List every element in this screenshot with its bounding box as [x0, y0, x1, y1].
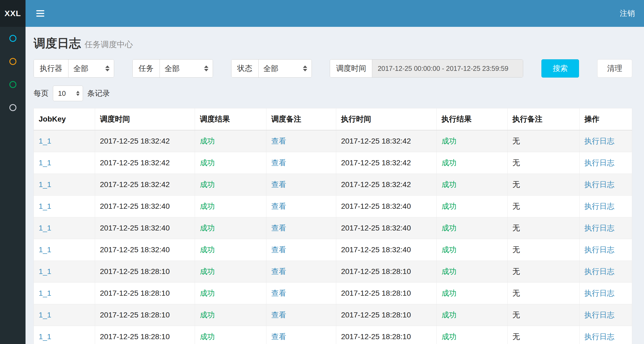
trigger-time-range-input[interactable]: 2017-12-25 00:00:00 - 2017-12-25 23:59:5…	[372, 60, 523, 77]
jobkey-link[interactable]: 1_1	[39, 246, 51, 254]
handle-msg-cell: 无	[508, 239, 580, 261]
trigger-time-cell: 2017-12-25 18:28:10	[95, 283, 195, 304]
executor-filter-label: 执行器	[34, 60, 68, 77]
trigger-result-cell: 成功	[195, 326, 266, 344]
handle-result-cell: 成功	[437, 326, 508, 344]
execution-log-link[interactable]: 执行日志	[584, 246, 614, 254]
trigger-msg-link[interactable]: 查看	[271, 289, 286, 297]
trigger-msg-link[interactable]: 查看	[271, 267, 286, 276]
column-header: 执行结果	[437, 108, 508, 130]
execution-log-link[interactable]: 执行日志	[584, 332, 614, 341]
jobkey-link[interactable]: 1_1	[39, 267, 51, 276]
clear-button[interactable]: 清理	[597, 59, 632, 78]
handle-time-cell: 2017-12-25 18:32:40	[336, 217, 437, 239]
app-logo[interactable]: XXL	[0, 0, 26, 27]
table-row: 1_1 2017-12-25 18:32:40 成功 查看 2017-12-25…	[34, 217, 632, 239]
execution-log-link[interactable]: 执行日志	[584, 289, 614, 297]
page-size-select[interactable]: 10	[53, 86, 83, 101]
table-row: 1_1 2017-12-25 18:28:10 成功 查看 2017-12-25…	[34, 326, 632, 344]
execution-log-link[interactable]: 执行日志	[584, 267, 614, 276]
handle-msg-cell: 无	[508, 217, 580, 239]
status-filter-label: 状态	[231, 60, 259, 77]
jobkey-link[interactable]: 1_1	[39, 311, 51, 319]
trigger-time-cell: 2017-12-25 18:28:10	[95, 326, 195, 344]
table-row: 1_1 2017-12-25 18:32:42 成功 查看 2017-12-25…	[34, 152, 632, 174]
filter-toolbar: 执行器 全部 任务 全部 状态 全部	[34, 59, 632, 78]
page-size-control: 每页 10 条记录	[34, 86, 632, 101]
trigger-msg-link[interactable]: 查看	[271, 246, 286, 254]
handle-msg-cell: 无	[508, 130, 580, 152]
table-row: 1_1 2017-12-25 18:32:42 成功 查看 2017-12-25…	[34, 130, 632, 152]
trigger-time-cell: 2017-12-25 18:28:10	[95, 304, 195, 326]
table-row: 1_1 2017-12-25 18:32:40 成功 查看 2017-12-25…	[34, 239, 632, 261]
trigger-time-cell: 2017-12-25 18:32:40	[95, 239, 195, 261]
executor-select[interactable]: 全部	[68, 60, 114, 77]
trigger-msg-link[interactable]: 查看	[271, 311, 286, 319]
handle-time-cell: 2017-12-25 18:28:10	[336, 304, 437, 326]
sidebar-item-3[interactable]	[0, 73, 26, 96]
handle-time-cell: 2017-12-25 18:32:40	[336, 239, 437, 261]
job-filter-group: 任务 全部	[132, 59, 213, 78]
status-filter-group: 状态 全部	[231, 59, 312, 78]
circle-outline-icon	[9, 81, 16, 88]
sidebar-item-1[interactable]	[0, 27, 26, 50]
handle-time-cell: 2017-12-25 18:32:40	[336, 196, 437, 217]
trigger-msg-link[interactable]: 查看	[271, 202, 286, 210]
jobkey-link[interactable]: 1_1	[39, 159, 51, 167]
trigger-time-cell: 2017-12-25 18:32:42	[95, 152, 195, 174]
trigger-result-cell: 成功	[195, 261, 266, 283]
dispatch-log-table: JobKey调度时间调度结果调度备注执行时间执行结果执行备注操作 1_1 201…	[34, 108, 632, 344]
trigger-result-cell: 成功	[195, 152, 266, 174]
circle-outline-icon	[9, 35, 16, 42]
table-row: 1_1 2017-12-25 18:28:10 成功 查看 2017-12-25…	[34, 283, 632, 304]
logout-link[interactable]: 注销	[620, 8, 635, 19]
trigger-msg-link[interactable]: 查看	[271, 180, 286, 189]
handle-msg-cell: 无	[508, 304, 580, 326]
trigger-result-cell: 成功	[195, 130, 266, 152]
trigger-time-filter-group: 调度时间 2017-12-25 00:00:00 - 2017-12-25 23…	[330, 59, 523, 78]
trigger-time-cell: 2017-12-25 18:32:40	[95, 196, 195, 217]
status-select[interactable]: 全部	[259, 60, 312, 77]
trigger-result-cell: 成功	[195, 283, 266, 304]
jobkey-link[interactable]: 1_1	[39, 180, 51, 189]
page-subtitle: 任务调度中心	[85, 39, 133, 50]
execution-log-link[interactable]: 执行日志	[584, 202, 614, 210]
trigger-msg-link[interactable]: 查看	[271, 159, 286, 167]
execution-log-link[interactable]: 执行日志	[584, 224, 614, 232]
jobkey-link[interactable]: 1_1	[39, 224, 51, 232]
sidebar-item-2[interactable]	[0, 50, 26, 73]
table-body: 1_1 2017-12-25 18:32:42 成功 查看 2017-12-25…	[34, 130, 632, 344]
handle-result-cell: 成功	[437, 283, 508, 304]
search-button[interactable]: 搜索	[541, 59, 579, 78]
page-size-suffix-label: 条记录	[87, 88, 110, 98]
jobkey-link[interactable]: 1_1	[39, 137, 51, 145]
trigger-msg-link[interactable]: 查看	[271, 137, 286, 145]
main-content: 调度日志 任务调度中心 执行器 全部 任务 全部 状态	[26, 27, 644, 344]
handle-time-cell: 2017-12-25 18:32:42	[336, 174, 437, 196]
handle-msg-cell: 无	[508, 152, 580, 174]
jobkey-link[interactable]: 1_1	[39, 202, 51, 210]
jobkey-link[interactable]: 1_1	[39, 289, 51, 297]
column-header: 调度备注	[266, 108, 336, 130]
handle-result-cell: 成功	[437, 130, 508, 152]
page-title: 调度日志	[34, 35, 81, 51]
sidebar-item-4[interactable]	[0, 96, 26, 119]
trigger-msg-link[interactable]: 查看	[271, 332, 286, 341]
handle-result-cell: 成功	[437, 217, 508, 239]
column-header: 执行备注	[508, 108, 580, 130]
job-select[interactable]: 全部	[160, 60, 213, 77]
table-row: 1_1 2017-12-25 18:32:42 成功 查看 2017-12-25…	[34, 174, 632, 196]
execution-log-link[interactable]: 执行日志	[584, 137, 614, 145]
execution-log-link[interactable]: 执行日志	[584, 311, 614, 319]
trigger-msg-link[interactable]: 查看	[271, 224, 286, 232]
table-header-row: JobKey调度时间调度结果调度备注执行时间执行结果执行备注操作	[34, 108, 632, 130]
trigger-result-cell: 成功	[195, 174, 266, 196]
handle-result-cell: 成功	[437, 304, 508, 326]
handle-time-cell: 2017-12-25 18:28:10	[336, 283, 437, 304]
sidebar-toggle-button[interactable]	[35, 8, 46, 19]
handle-time-cell: 2017-12-25 18:28:10	[336, 326, 437, 344]
execution-log-link[interactable]: 执行日志	[584, 159, 614, 167]
execution-log-link[interactable]: 执行日志	[584, 180, 614, 189]
trigger-result-cell: 成功	[195, 239, 266, 261]
jobkey-link[interactable]: 1_1	[39, 332, 51, 341]
